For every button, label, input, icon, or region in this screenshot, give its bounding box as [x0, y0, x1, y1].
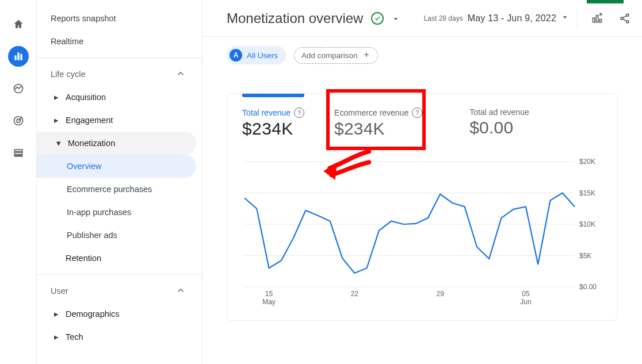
divider: [37, 274, 202, 275]
header-bar: Monetization overview Last 28 days May 1…: [202, 0, 642, 37]
metric-label: Total revenue ?: [242, 108, 304, 118]
svg-text:May: May: [262, 298, 276, 306]
svg-rect-11: [593, 18, 595, 22]
nav-rail: [0, 0, 37, 364]
sidebar-item-label: Acquisition: [66, 93, 106, 102]
plus-icon: [362, 51, 370, 60]
chip-label: All Users: [247, 51, 278, 60]
sidebar-item-reports-snapshot[interactable]: Reports snapshot: [37, 7, 196, 30]
metric-value: $234K: [334, 119, 422, 139]
caret-right-icon: ▸: [51, 116, 62, 125]
svg-rect-6: [14, 150, 22, 151]
svg-rect-13: [599, 19, 601, 22]
check-circle-icon[interactable]: [371, 12, 384, 25]
comparison-chips: A All Users Add comparison: [202, 37, 642, 68]
metric-label: Total ad revenue: [469, 108, 529, 117]
page-title: Monetization overview: [227, 10, 363, 26]
advertising-icon[interactable]: [8, 110, 29, 131]
svg-marker-10: [563, 16, 567, 18]
svg-text:29: 29: [436, 290, 444, 298]
chevron-down-icon: [561, 13, 569, 23]
date-range-label: Last 28 days: [424, 14, 463, 22]
sidebar-item-label: In-app purchases: [67, 208, 131, 217]
metric-label: Ecommerce revenue ?: [334, 108, 422, 118]
help-icon[interactable]: ?: [294, 108, 304, 118]
svg-marker-9: [394, 18, 398, 20]
sidebar-item-demographics[interactable]: ▸ Demographics: [37, 302, 196, 325]
sidebar-group-label: Life cycle: [51, 70, 85, 79]
sidebar-item-ecommerce-purchases[interactable]: Ecommerce purchases: [37, 178, 196, 201]
divider: [37, 58, 202, 58]
page-title-wrap: Monetization overview: [227, 10, 400, 26]
metric-label-text: Ecommerce revenue: [334, 108, 408, 117]
metrics-row: Total revenue ? $234K Ecommerce revenue …: [242, 99, 602, 141]
revenue-card: Total revenue ? $234K Ecommerce revenue …: [227, 93, 618, 321]
customize-icon[interactable]: [587, 8, 607, 29]
sidebar-group-life-cycle[interactable]: Life cycle: [37, 63, 196, 86]
sidebar-item-label: Tech: [66, 332, 83, 342]
sidebar-item-overview[interactable]: Overview: [37, 155, 196, 178]
chip-all-users[interactable]: A All Users: [227, 46, 286, 64]
sidebar-item-label: Demographics: [66, 309, 120, 319]
sidebar-item-tech[interactable]: ▸ Tech: [37, 325, 196, 348]
svg-text:$15K: $15K: [579, 189, 595, 197]
metric-label-text: Total revenue: [242, 108, 291, 117]
metric-value: $234K: [242, 119, 304, 139]
svg-text:$0.00: $0.00: [579, 283, 597, 291]
sidebar-item-label: Engagement: [66, 116, 113, 125]
metric-value: $0.00: [469, 118, 529, 137]
share-icon[interactable]: [614, 8, 635, 29]
revenue-chart: $0.00$5K$10K$15K$20K15May222905Jun: [242, 158, 602, 308]
chevron-down-icon[interactable]: [392, 10, 400, 26]
caret-right-icon: ▸: [51, 332, 62, 342]
svg-line-18: [623, 18, 627, 21]
sidebar-item-monetization[interactable]: ▾ Monetization: [37, 132, 196, 155]
top-actions: [577, 8, 635, 29]
chip-label: Add comparison: [301, 51, 358, 60]
caret-down-icon: ▾: [53, 139, 64, 148]
svg-rect-12: [596, 16, 598, 22]
svg-rect-1: [17, 52, 19, 60]
explore-icon[interactable]: [8, 78, 29, 99]
sidebar: Reports snapshot Realtime Life cycle ▸ A…: [37, 0, 202, 364]
svg-line-17: [623, 16, 627, 18]
add-comparison-button[interactable]: Add comparison: [294, 47, 378, 64]
sidebar-item-retention[interactable]: Retention: [37, 247, 196, 270]
home-icon[interactable]: [8, 14, 29, 35]
sidebar-item-publisher-ads[interactable]: Publisher ads: [37, 224, 196, 247]
metric-total-ad-revenue[interactable]: Total ad revenue $0.00: [469, 108, 529, 139]
metric-ecommerce-revenue[interactable]: Ecommerce revenue ? $234K: [334, 108, 422, 139]
metric-total-revenue[interactable]: Total revenue ? $234K: [242, 108, 304, 139]
sidebar-item-realtime[interactable]: Realtime: [37, 30, 196, 53]
svg-text:05: 05: [522, 290, 530, 298]
sidebar-item-label: Retention: [66, 254, 101, 263]
date-range-picker[interactable]: Last 28 days May 13 - Jun 9, 2022: [424, 13, 569, 24]
chip-badge: A: [230, 49, 242, 62]
svg-rect-2: [20, 54, 22, 60]
caret-right-icon: ▸: [51, 93, 62, 102]
svg-text:22: 22: [351, 290, 359, 298]
sidebar-item-acquisition[interactable]: ▸ Acquisition: [37, 86, 196, 109]
sidebar-item-label: Publisher ads: [67, 231, 117, 240]
reports-icon[interactable]: [8, 46, 29, 67]
help-icon[interactable]: ?: [412, 108, 422, 118]
chevron-up-icon: [175, 68, 186, 81]
svg-text:15: 15: [265, 290, 273, 298]
sidebar-item-engagement[interactable]: ▸ Engagement: [37, 109, 196, 132]
svg-text:$20K: $20K: [579, 158, 595, 166]
sidebar-item-label: Monetization: [68, 139, 115, 148]
sidebar-item-in-app-purchases[interactable]: In-app purchases: [37, 201, 196, 224]
sidebar-group-user[interactable]: User: [37, 279, 196, 302]
svg-text:Jun: Jun: [520, 298, 531, 306]
caret-right-icon: ▸: [51, 309, 62, 319]
chevron-up-icon: [175, 285, 186, 297]
svg-text:$5K: $5K: [579, 252, 591, 260]
svg-rect-0: [14, 55, 16, 60]
svg-rect-7: [14, 152, 22, 154]
spacer: [51, 254, 62, 263]
date-range-value: May 13 - Jun 9, 2022: [468, 13, 556, 24]
sidebar-item-label: Ecommerce purchases: [67, 185, 152, 194]
active-metric-indicator: [242, 94, 304, 97]
configure-icon[interactable]: [8, 143, 29, 163]
svg-text:$10K: $10K: [579, 220, 595, 228]
